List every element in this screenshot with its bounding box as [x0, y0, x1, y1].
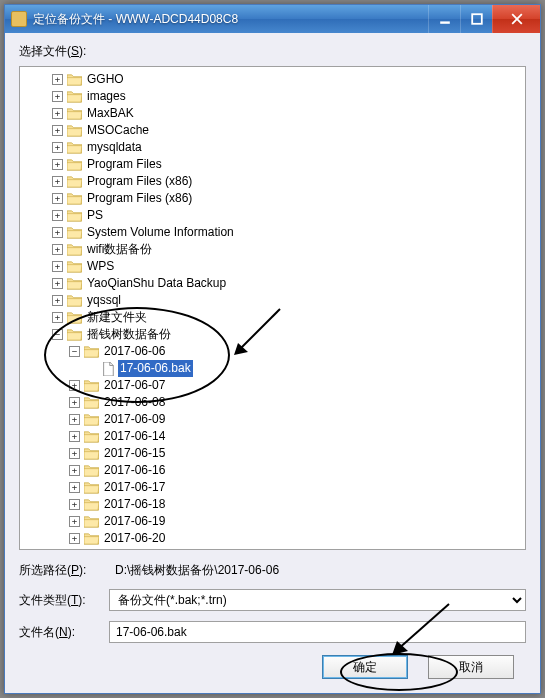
- expand-toggle[interactable]: −: [69, 346, 80, 357]
- expand-toggle[interactable]: +: [52, 142, 63, 153]
- tree-folder[interactable]: YaoQianShu Data Backup: [85, 275, 228, 292]
- tree-folder[interactable]: Program Files (x86): [85, 173, 194, 190]
- expand-toggle[interactable]: +: [52, 244, 63, 255]
- expand-toggle[interactable]: +: [69, 465, 80, 476]
- ok-button[interactable]: 确定: [322, 655, 408, 679]
- tree-folder[interactable]: 2017-06-15: [102, 445, 167, 462]
- tree-folder[interactable]: wifi数据备份: [85, 241, 154, 258]
- tree-folder[interactable]: MaxBAK: [85, 105, 136, 122]
- expand-toggle[interactable]: +: [52, 91, 63, 102]
- expand-toggle[interactable]: +: [69, 499, 80, 510]
- tree-folder[interactable]: PS: [85, 207, 105, 224]
- expand-toggle[interactable]: +: [69, 533, 80, 544]
- expand-toggle[interactable]: +: [69, 414, 80, 425]
- tree-folder[interactable]: mysqldata: [85, 139, 144, 156]
- tree-folder[interactable]: 2017-06-08: [102, 394, 167, 411]
- maximize-button[interactable]: [460, 5, 492, 33]
- expand-toggle[interactable]: +: [69, 516, 80, 527]
- minimize-button[interactable]: [428, 5, 460, 33]
- filetype-select[interactable]: 备份文件(*.bak;*.trn): [109, 589, 526, 611]
- select-file-label: 选择文件(S):: [19, 43, 526, 60]
- expand-toggle[interactable]: +: [52, 159, 63, 170]
- expand-toggle[interactable]: +: [52, 295, 63, 306]
- expand-toggle[interactable]: +: [69, 397, 80, 408]
- tree-folder[interactable]: System Volume Information: [85, 224, 236, 241]
- tree-folder[interactable]: 2017-06-19: [102, 513, 167, 530]
- expand-toggle[interactable]: +: [69, 431, 80, 442]
- expand-toggle[interactable]: +: [69, 380, 80, 391]
- expand-toggle[interactable]: +: [52, 74, 63, 85]
- tree-folder[interactable]: 2017-06-16: [102, 462, 167, 479]
- close-button[interactable]: [492, 5, 540, 33]
- expand-toggle[interactable]: +: [52, 193, 63, 204]
- expand-toggle[interactable]: +: [52, 176, 63, 187]
- expand-toggle[interactable]: +: [52, 278, 63, 289]
- expand-toggle[interactable]: +: [69, 482, 80, 493]
- filename-label: 文件名(N):: [19, 624, 109, 641]
- filetype-label: 文件类型(T):: [19, 592, 109, 609]
- file-tree[interactable]: +GGHO+images+MaxBAK+MSOCache+mysqldata+P…: [19, 66, 526, 550]
- expand-toggle[interactable]: +: [69, 448, 80, 459]
- tree-folder[interactable]: GGHO: [85, 71, 126, 88]
- dialog-window: 定位备份文件 - WWW-ADCD44D08C8 选择文件(S): +GGHO+…: [4, 4, 541, 694]
- tree-file[interactable]: 17-06-06.bak: [118, 360, 193, 377]
- expand-toggle[interactable]: +: [52, 261, 63, 272]
- expand-toggle[interactable]: +: [52, 125, 63, 136]
- tree-folder[interactable]: 2017-06-07: [102, 377, 167, 394]
- tree-folder[interactable]: 2017-06-18: [102, 496, 167, 513]
- expand-toggle[interactable]: +: [52, 312, 63, 323]
- tree-folder[interactable]: 摇钱树数据备份: [85, 326, 173, 343]
- tree-folder[interactable]: 2017-06-09: [102, 411, 167, 428]
- tree-folder[interactable]: 2017-06-14: [102, 428, 167, 445]
- tree-folder[interactable]: images: [85, 88, 128, 105]
- tree-folder[interactable]: WPS: [85, 258, 116, 275]
- app-icon: [11, 11, 27, 27]
- tree-folder[interactable]: Program Files: [85, 156, 164, 173]
- tree-folder[interactable]: MSOCache: [85, 122, 151, 139]
- window-title: 定位备份文件 - WWW-ADCD44D08C8: [33, 11, 428, 28]
- svg-rect-1: [472, 14, 482, 24]
- tree-folder[interactable]: yqssql: [85, 292, 123, 309]
- titlebar[interactable]: 定位备份文件 - WWW-ADCD44D08C8: [5, 5, 540, 33]
- expand-toggle[interactable]: +: [52, 227, 63, 238]
- expand-toggle[interactable]: +: [52, 108, 63, 119]
- expand-toggle[interactable]: +: [52, 210, 63, 221]
- path-label: 所选路径(P):: [19, 562, 109, 579]
- cancel-button[interactable]: 取消: [428, 655, 514, 679]
- tree-folder[interactable]: Program Files (x86): [85, 190, 194, 207]
- tree-folder[interactable]: 2017-06-20: [102, 530, 167, 547]
- tree-folder[interactable]: 2017-06-06: [102, 343, 167, 360]
- selected-path: D:\摇钱树数据备份\2017-06-06: [109, 562, 279, 579]
- expand-toggle[interactable]: −: [52, 329, 63, 340]
- tree-folder[interactable]: 2017-06-21: [102, 547, 167, 550]
- tree-folder[interactable]: 新建文件夹: [85, 309, 149, 326]
- filename-input[interactable]: [109, 621, 526, 643]
- tree-folder[interactable]: 2017-06-17: [102, 479, 167, 496]
